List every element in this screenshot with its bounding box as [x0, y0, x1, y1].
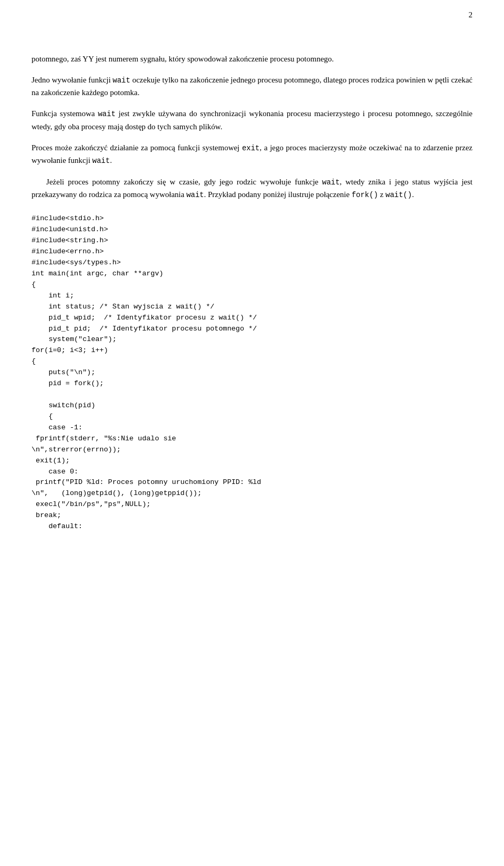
- paragraph-3: Funkcja systemowa wait jest zwykle używa…: [32, 107, 472, 132]
- paragraph-5: Jeżeli proces potomny zakończy się w cza…: [32, 176, 472, 201]
- inline-code-fork: fork(): [352, 191, 378, 199]
- inline-code-wait6: wait(): [385, 191, 412, 199]
- inline-code-exit: exit: [242, 144, 260, 152]
- paragraph-2: Jedno wywołanie funkcji wait oczekuje ty…: [32, 74, 472, 99]
- inline-code-wait-3: wait: [92, 157, 110, 165]
- inline-code-wait-2: wait: [98, 110, 116, 118]
- inline-code-wait-5: wait: [186, 191, 204, 199]
- inline-code-wait-1: wait: [113, 76, 131, 85]
- paragraph-1: potomnego, zaś YY jest numerem sygnału, …: [32, 53, 472, 65]
- page-number: 2: [469, 11, 473, 19]
- code-block: #include<stdio.h> #include<unistd.h> #in…: [32, 213, 472, 532]
- paragraph-4: Proces może zakończyć działanie za pomoc…: [32, 141, 472, 167]
- inline-code-wait-4: wait: [322, 178, 340, 187]
